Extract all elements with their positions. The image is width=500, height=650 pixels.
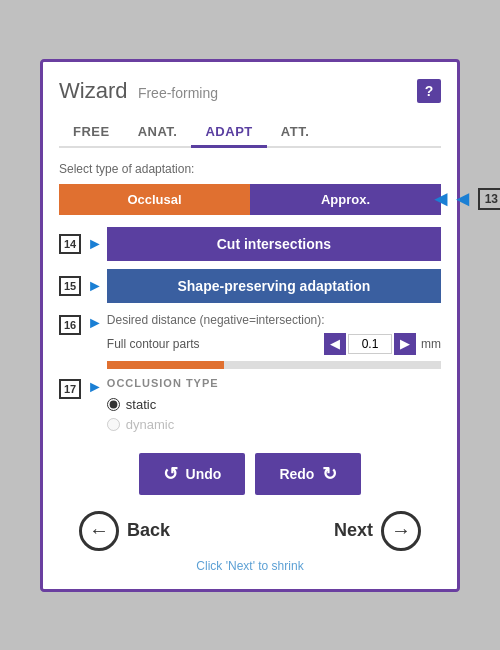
full-contour-label: Full contour parts [107,337,324,351]
arrow-right-15-icon: ► [87,277,103,295]
badge-14: 14 [59,234,81,254]
shape-preserving-button[interactable]: Shape-preserving adaptation [107,269,441,303]
arrow-right-14-icon: ► [87,235,103,253]
distance-unit: mm [421,337,441,351]
radio-static[interactable] [107,398,120,411]
distance-input-group: ◀ ▶ mm [324,333,441,355]
distance-controls-row: Full contour parts ◀ ▶ mm [107,333,441,355]
radio-static-row: static [107,397,219,412]
badge-15: 15 [59,276,81,296]
occlusion-type-title: OCCLUSION TYPE [107,377,219,389]
help-button[interactable]: ? [417,79,441,103]
desired-distance-row: 16 ► Desired distance (negative=intersec… [59,313,441,369]
undo-button[interactable]: ↺ Undo [139,453,246,495]
nav-row: ← Back Next → [59,511,441,551]
progress-bar-container [107,361,441,369]
header-title: Wizard Free-forming [59,78,218,104]
shape-preserving-row: 15 ► Shape-preserving adaptation [59,269,441,303]
desired-distance-label: Desired distance (negative=intersection)… [107,313,441,327]
distance-section: Desired distance (negative=intersection)… [107,313,441,369]
badge-13-container: ◄◄ 13 [430,186,500,212]
approx-button[interactable]: Approx. [250,184,441,215]
occlusion-type-row: 17 ► OCCLUSION TYPE static dynamic [59,377,441,437]
arrow-right-16-icon: ► [87,314,103,332]
badge-16: 16 [59,315,81,335]
distance-input[interactable] [348,334,392,354]
occlusion-type-section: OCCLUSION TYPE static dynamic [107,377,219,437]
badge-17: 17 [59,379,81,399]
occlusal-button[interactable]: Occlusal [59,184,250,215]
arrow-left-13-icon: ◄◄ [430,186,474,212]
tabs-row: FREE ANAT. ADAPT ATT. [59,118,441,148]
header-row: Wizard Free-forming ? [59,78,441,104]
adaptation-buttons-row: Occlusal Approx. ◄◄ 13 [59,184,441,215]
tab-anat[interactable]: ANAT. [124,118,192,146]
radio-dynamic-row: dynamic [107,417,219,432]
click-hint: Click 'Next' to shrink [59,559,441,573]
progress-fill [107,361,224,369]
badge-13: 13 [478,188,500,210]
cut-intersections-row: 14 ► Cut intersections [59,227,441,261]
radio-dynamic[interactable] [107,418,120,431]
redo-icon: ↻ [322,463,337,485]
back-circle-icon: ← [79,511,119,551]
radio-static-label: static [126,397,156,412]
radio-dynamic-label: dynamic [126,417,174,432]
next-circle-icon: → [381,511,421,551]
undo-icon: ↺ [163,463,178,485]
adaptation-type-label: Select type of adaptation: [59,162,441,176]
redo-button[interactable]: Redo ↻ [255,453,361,495]
distance-increase-button[interactable]: ▶ [394,333,416,355]
back-button[interactable]: ← Back [79,511,170,551]
undo-redo-row: ↺ Undo Redo ↻ [59,453,441,495]
arrow-right-17-icon: ► [87,378,103,396]
tab-adapt[interactable]: ADAPT [191,118,266,148]
tab-att[interactable]: ATT. [267,118,323,146]
wizard-panel: Wizard Free-forming ? FREE ANAT. ADAPT A… [40,59,460,592]
next-button[interactable]: Next → [334,511,421,551]
tab-free[interactable]: FREE [59,118,124,146]
cut-intersections-button[interactable]: Cut intersections [107,227,441,261]
progress-track [107,361,441,369]
distance-decrease-button[interactable]: ◀ [324,333,346,355]
